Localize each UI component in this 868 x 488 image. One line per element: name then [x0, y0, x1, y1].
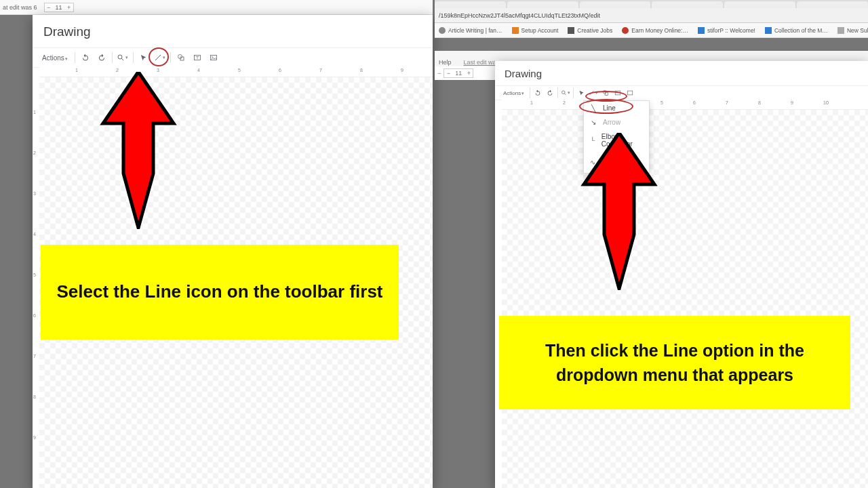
last-edit-text[interactable]: Last edit was: [464, 59, 500, 66]
drawing-toolbar: Actions▾ ▾ ▾: [495, 85, 868, 100]
address-bar[interactable]: /159k8nEpHccNzw2JT4l5acMfqgt4CLUIdqTLEt2…: [435, 8, 868, 23]
dialog-title: Drawing: [33, 15, 433, 47]
image-icon: [627, 89, 633, 96]
font-size-minus[interactable]: −: [444, 70, 452, 77]
browser-tabs: [435, 0, 868, 8]
svg-rect-16: [627, 91, 633, 95]
instruction-callout: Then click the Line option in the dropdo…: [499, 316, 850, 409]
undo-button[interactable]: [533, 88, 542, 98]
zoom-icon: [561, 89, 567, 96]
drawing-canvas[interactable]: [502, 110, 868, 488]
font-size-value: 11: [53, 4, 65, 11]
undo-icon: [81, 54, 90, 62]
svg-rect-15: [615, 91, 620, 95]
textbox-icon: [614, 89, 621, 96]
redo-icon: [547, 89, 553, 96]
font-size-stepper[interactable]: − 11 +: [443, 68, 473, 78]
svg-line-2: [155, 55, 161, 60]
svg-line-12: [590, 91, 594, 95]
bookmark-item[interactable]: Setup Account: [512, 27, 559, 34]
select-tool[interactable]: [138, 52, 150, 64]
shape-tool[interactable]: [601, 88, 610, 98]
help-menu[interactable]: Help: [439, 59, 452, 66]
horizontal-ruler: 123 456 789: [39, 66, 433, 77]
zoom-button[interactable]: ▾: [561, 88, 570, 98]
bg-edit-text: at edit was 6: [3, 4, 37, 11]
zoom-icon: [117, 54, 125, 62]
separator: [133, 52, 134, 63]
dialog-title: Drawing: [495, 61, 868, 85]
svg-line-1: [122, 59, 124, 61]
instruction-callout: Select the Line icon on the toolbar firs…: [41, 245, 399, 340]
svg-point-0: [118, 55, 122, 59]
line-dropdown: ╲ Line ↘ Arrow └ Elbow Connector ∿ Curve…: [583, 100, 650, 174]
line-icon: ╲: [589, 104, 597, 112]
actions-menu[interactable]: Actions▾: [39, 54, 71, 62]
separator: [75, 52, 75, 63]
curved-icon: ∿: [589, 159, 595, 166]
elbow-icon: └: [589, 137, 596, 144]
vertical-ruler: [495, 110, 502, 488]
menu-item-elbow[interactable]: └ Elbow Connector: [584, 129, 649, 151]
vertical-ruler: 123 456 789: [33, 77, 39, 488]
image-tool[interactable]: [625, 88, 635, 98]
line-tool[interactable]: ▾: [154, 52, 166, 64]
redo-icon: [98, 54, 106, 62]
font-size-minus[interactable]: −: [45, 4, 53, 11]
drawing-dialog: Drawing Actions▾ ▾ ▾: [495, 61, 868, 488]
bookmarks-bar: Article Writing | fan… Setup Account Cre…: [435, 23, 868, 38]
undo-button[interactable]: [79, 52, 92, 64]
bookmark-item[interactable]: Article Writing | fan…: [439, 27, 502, 34]
bookmark-item[interactable]: Collection of the M…: [765, 27, 828, 34]
redo-button[interactable]: [545, 88, 555, 98]
shape-icon: [177, 54, 185, 62]
shape-icon: [602, 89, 609, 96]
pointer-icon: [578, 90, 585, 96]
menu-item-arrow[interactable]: ↘ Arrow: [584, 115, 649, 129]
font-size-plus[interactable]: +: [465, 70, 473, 77]
horizontal-ruler: 123 456 789 10: [502, 99, 868, 110]
line-icon: [154, 54, 162, 62]
textbox-tool[interactable]: [191, 52, 203, 64]
font-size-value: 11: [452, 70, 465, 77]
svg-line-11: [565, 94, 566, 95]
separator: [557, 87, 558, 98]
separator: [530, 87, 530, 98]
svg-point-13: [603, 90, 606, 94]
svg-point-3: [178, 55, 182, 59]
bookmark-item[interactable]: New Subsc: [837, 27, 868, 34]
menu-item-curved[interactable]: ∿ Curved Connector: [584, 151, 649, 173]
bookmark-item[interactable]: stiforP :: Welcome!: [698, 27, 755, 34]
zoom-button[interactable]: ▾: [117, 52, 129, 64]
separator: [573, 87, 574, 98]
separator: [112, 52, 113, 63]
undo-icon: [534, 89, 541, 96]
menu-item-line[interactable]: ╲ Line: [584, 101, 649, 115]
arrow-icon: ↘: [589, 119, 597, 126]
textbox-icon: [193, 54, 201, 62]
font-size-plus[interactable]: +: [65, 4, 73, 11]
actions-menu[interactable]: Actions▾: [500, 90, 527, 96]
line-tool[interactable]: ▾: [589, 88, 598, 98]
line-icon: [589, 89, 595, 96]
image-icon: [210, 54, 218, 62]
svg-point-9: [212, 56, 213, 58]
redo-button[interactable]: [96, 52, 108, 64]
select-tool[interactable]: [576, 88, 586, 98]
image-tool[interactable]: [208, 52, 220, 64]
separator: [170, 52, 171, 63]
bookmark-item[interactable]: Earn Money Online:…: [622, 27, 688, 34]
pointer-icon: [140, 54, 147, 62]
bookmark-item[interactable]: Creative Jobs: [568, 27, 612, 34]
drawing-toolbar: Actions▾ ▾ ▾: [33, 47, 433, 68]
font-size-stepper[interactable]: − 11 +: [44, 3, 74, 12]
textbox-tool[interactable]: [613, 88, 623, 98]
svg-point-10: [562, 91, 566, 94]
shape-tool[interactable]: [175, 52, 187, 64]
